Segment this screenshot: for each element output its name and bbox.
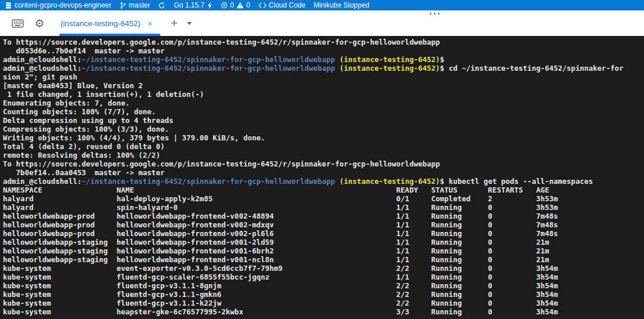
terminal-text-segment: kube-system fluentd-gcp-v3.1.1-k22jw 2/2… — [3, 299, 558, 307]
terminal-text-segment: admin_@cloudshell: — [3, 55, 81, 64]
terminal-line: kube-system heapster-gke-6c76577995-2kwb… — [3, 307, 644, 316]
problems-indicator[interactable]: 0 0 — [221, 1, 250, 9]
terminal-line: helloworldwebapp-staging helloworldwebap… — [3, 255, 644, 264]
gear-icon: ⚙ — [34, 18, 44, 29]
terminal-text-segment: d053d6e..7b0ef14 master -> master — [3, 46, 164, 55]
terminal-list-dropdown[interactable] — [182, 15, 196, 31]
terminal-line: kube-system fluentd-gcp-v3.1.1-8gnjm 2/2… — [3, 281, 644, 290]
terminal-text-segment: To https://source.developers.google.com/… — [3, 38, 440, 46]
terminal-text-segment: Total 4 (delta 2), reused 0 (delta 0) — [3, 142, 164, 151]
terminal-text-segment: helloworldwebapp-prod helloworldwebapp-f… — [3, 220, 558, 229]
terminal-text-segment: halyard hal-deploy-apply-k2m85 0/1 Compl… — [3, 194, 558, 203]
terminal-line: [master 0aa0453] Blue, Version 2 — [3, 81, 644, 90]
terminal-line: kube-system event-exporter-v0.3.0-5cd6cc… — [3, 264, 644, 273]
terminal-line: 1 file changed, 1 insertion(+), 1 deleti… — [3, 90, 644, 99]
git-branch-icon — [120, 2, 127, 9]
terminal-line: helloworldwebapp-prod helloworldwebapp-f… — [3, 220, 644, 229]
lightning-icon — [207, 2, 213, 9]
terminal-text-segment: helloworldwebapp-staging helloworldwebap… — [3, 246, 549, 255]
go-version-indicator[interactable]: Go 1.15.7 — [174, 1, 213, 9]
terminal-line: Compressing objects: 100% (3/3), done. — [3, 125, 644, 133]
minikube-label: Minikube Stopped — [314, 1, 369, 9]
panel-resize-handle[interactable] — [429, 12, 441, 16]
terminal-line: Total 4 (delta 2), reused 0 (delta 0) — [3, 142, 644, 151]
terminal-text-segment: helloworldwebapp-prod helloworldwebapp-f… — [3, 229, 558, 238]
terminal-text-segment: (instance-testing-6452) — [340, 64, 440, 72]
terminal-line: kube-system fluentd-gcp-scaler-6855f55bc… — [3, 273, 644, 281]
terminal-line: Counting objects: 100% (7/7), done. — [3, 107, 644, 116]
terminal-settings-button[interactable]: ⚙ — [33, 15, 46, 31]
terminal-line: sion 2"; git push — [3, 72, 644, 81]
project-name: content-gcpro-devops-engineer — [15, 1, 111, 9]
cloud-shell-window: content-gcpro-devops-engineer master Go … — [0, 0, 644, 319]
project-selector[interactable]: content-gcpro-devops-engineer — [5, 1, 111, 9]
terminal-line: To https://source.developers.google.com/… — [3, 160, 644, 168]
terminal-line: helloworldwebapp-staging helloworldwebap… — [3, 246, 644, 255]
error-icon — [221, 2, 228, 9]
warning-count: 0 — [246, 1, 250, 9]
terminal-line: halyard spin-halyard-0 1/1 Running 0 3h5… — [3, 203, 644, 212]
terminal-output[interactable]: To https://source.developers.google.com/… — [0, 36, 644, 319]
terminal-text-segment: kube-system heapster-gke-6c76577995-2kwb… — [3, 307, 558, 316]
terminal-text-segment — [335, 177, 340, 186]
terminal-line: d053d6e..7b0ef14 master -> master — [3, 46, 644, 55]
terminal-text-segment: kube-system fluentd-gcp-v3.1.1-8gnjm 2/2… — [3, 281, 558, 290]
terminal-text-segment: helloworldwebapp-staging helloworldwebap… — [3, 255, 549, 264]
terminal-text-segment: Compressing objects: 100% (3/3), done. — [3, 125, 169, 133]
terminal-text-segment — [335, 64, 340, 72]
chevron-down-icon — [187, 22, 192, 25]
terminal-text-segment: admin_@cloudshell: — [3, 177, 81, 186]
terminal-text-segment: helloworldwebapp-staging helloworldwebap… — [3, 238, 549, 246]
database-icon — [5, 2, 12, 9]
minikube-status[interactable]: Minikube Stopped — [314, 1, 369, 9]
terminal-text-segment: To https://source.developers.google.com/… — [3, 160, 440, 168]
terminal-text-segment: 1 file changed, 1 insertion(+), 1 deleti… — [3, 90, 204, 99]
go-version-label: Go 1.15.7 — [174, 1, 204, 9]
keyboard-icon — [12, 19, 24, 28]
cloud-code-button[interactable]: Cloud Code — [258, 1, 305, 9]
terminal-text-segment: Delta compression using up to 4 threads — [3, 116, 174, 125]
terminal-line: Delta compression using up to 4 threads — [3, 116, 644, 125]
git-branch-indicator[interactable]: master — [120, 1, 150, 9]
terminal-tab-label: (instance-testing-6452) — [60, 19, 141, 28]
error-count: 0 — [230, 1, 234, 9]
terminal-tab-bar: ⚙ (instance-testing-6452) × + — [0, 10, 644, 36]
terminal-text-segment: 7b0ef14..0aa0453 master -> master — [3, 168, 164, 177]
cloud-code-label: Cloud Code — [269, 1, 305, 9]
warning-icon — [236, 2, 244, 9]
terminal-line: NAMESPACE NAME READY STATUS RESTARTS AGE — [3, 186, 644, 194]
terminal-text-segment: ~/instance-testing-6452/spinnaker-for-gc… — [81, 64, 335, 72]
open-editor-button[interactable] — [10, 15, 24, 31]
terminal-line: admin_@cloudshell:~/instance-testing-645… — [3, 55, 644, 64]
sync-icon — [158, 2, 166, 9]
terminal-text-segment: kube-system event-exporter-v0.3.0-5cd6cc… — [3, 264, 558, 273]
terminal-text-segment: ~/instance-testing-6452/spinnaker-for-gc… — [81, 55, 335, 64]
terminal-line: kube-system fluentd-gcp-v3.1.1-k22jw 2/2… — [3, 299, 644, 307]
add-terminal-button[interactable]: + — [167, 15, 181, 31]
terminal-text-segment: $ — [440, 55, 445, 64]
terminal-text-segment: remote: Resolving deltas: 100% (2/2) — [3, 151, 160, 160]
close-tab-icon[interactable]: × — [146, 19, 154, 28]
terminal-tab[interactable]: (instance-testing-6452) × — [59, 10, 160, 36]
terminal-text-segment: kube-system fluentd-gcp-scaler-6855f55bc… — [3, 273, 558, 281]
terminal-line: helloworldwebapp-staging helloworldwebap… — [3, 238, 644, 246]
terminal-line: admin_@cloudshell:~/instance-testing-645… — [3, 64, 644, 72]
branch-name: master — [129, 1, 150, 9]
terminal-text-segment: halyard spin-halyard-0 1/1 Running 0 3h5… — [3, 203, 558, 212]
plus-icon: + — [171, 16, 178, 30]
terminal-text-segment: $ kubectl get pods --all-namespaces — [440, 177, 593, 186]
terminal-text-segment: kube-system fluentd-gcp-v3.1.1-gmkn6 2/2… — [3, 290, 558, 299]
terminal-text-segment: [master 0aa0453] Blue, Version 2 — [3, 81, 143, 90]
terminal-line: To https://source.developers.google.com/… — [3, 38, 644, 46]
terminal-text-segment: Counting objects: 100% (7/7), done. — [3, 107, 156, 116]
terminal-text-segment — [335, 55, 340, 64]
code-brackets-icon — [258, 2, 267, 9]
terminal-line: kube-system fluentd-gcp-v3.1.1-gmkn6 2/2… — [3, 290, 644, 299]
terminal-line: admin_@cloudshell:~/instance-testing-645… — [3, 177, 644, 186]
terminal-text-segment: Enumerating objects: 7, done. — [3, 99, 129, 107]
terminal-line: helloworldwebapp-prod helloworldwebapp-f… — [3, 229, 644, 238]
terminal-line: Writing objects: 100% (4/4), 379 bytes |… — [3, 133, 644, 142]
terminal-line: Enumerating objects: 7, done. — [3, 99, 644, 107]
sync-button[interactable] — [158, 2, 166, 9]
terminal-line: remote: Resolving deltas: 100% (2/2) — [3, 151, 644, 160]
